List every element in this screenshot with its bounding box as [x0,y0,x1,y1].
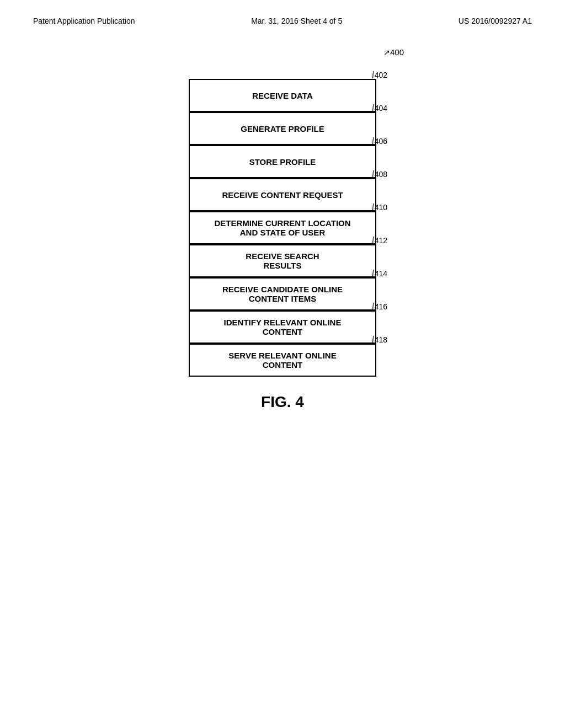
label-400: ↗400 [383,47,404,57]
step-container-414: RECEIVE CANDIDATE ONLINE CONTENT ITEMS/4… [183,277,382,311]
step-box-406: STORE PROFILE [189,145,376,178]
step-container-418: SERVE RELEVANT ONLINE CONTENT/418 [183,344,382,377]
step-container-408: RECEIVE CONTENT REQUEST/408 [183,178,382,211]
step-number-414: /414 [372,269,387,279]
step-box-412: RECEIVE SEARCH RESULTS [189,244,376,277]
page-header: Patent Application Publication Mar. 31, … [0,0,565,36]
step-number-404: /404 [372,103,387,113]
step-box-402: RECEIVE DATA [189,79,376,112]
step-container-410: DETERMINE CURRENT LOCATION AND STATE OF … [183,211,382,244]
diagram-container: ↗400 RECEIVE DATA/402GENERATE PROFILE/40… [0,36,565,433]
step-box-404: GENERATE PROFILE [189,112,376,145]
header-center: Mar. 31, 2016 Sheet 4 of 5 [251,17,342,25]
step-box-408: RECEIVE CONTENT REQUEST [189,178,376,211]
step-number-408: /408 [372,169,387,179]
header-right: US 2016/0092927 A1 [459,17,532,25]
step-box-418: SERVE RELEVANT ONLINE CONTENT [189,344,376,377]
step-box-416: IDENTIFY RELEVANT ONLINE CONTENT [189,311,376,344]
step-container-412: RECEIVE SEARCH RESULTS/412 [183,244,382,277]
step-number-418: /418 [372,335,387,345]
flow-chart: RECEIVE DATA/402GENERATE PROFILE/404STOR… [183,79,382,377]
step-number-412: /412 [372,235,387,245]
step-container-416: IDENTIFY RELEVANT ONLINE CONTENT/416 [183,311,382,344]
step-container-402: RECEIVE DATA/402 [183,79,382,112]
step-container-406: STORE PROFILE/406 [183,145,382,178]
figure-label: FIG. 4 [261,393,304,411]
step-number-402: /402 [372,70,387,80]
step-container-404: GENERATE PROFILE/404 [183,112,382,145]
header-left: Patent Application Publication [33,17,135,25]
step-number-406: /406 [372,136,387,146]
step-box-414: RECEIVE CANDIDATE ONLINE CONTENT ITEMS [189,277,376,311]
step-number-416: /416 [372,302,387,312]
step-number-410: /410 [372,202,387,212]
step-box-410: DETERMINE CURRENT LOCATION AND STATE OF … [189,211,376,244]
